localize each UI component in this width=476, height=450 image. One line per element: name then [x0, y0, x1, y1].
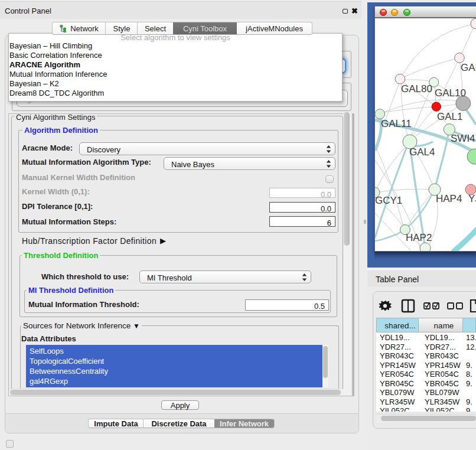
- svg-text:GAL4: GAL4: [409, 146, 435, 158]
- svg-text:SWI4: SWI4: [451, 133, 475, 144]
- svg-text:HAP2: HAP2: [406, 232, 432, 243]
- svg-text:GCY1: GCY1: [375, 195, 402, 206]
- svg-text:GAL11: GAL11: [381, 118, 412, 129]
- svg-text:HAP4: HAP4: [436, 193, 462, 204]
- svg-text:GAL10: GAL10: [435, 87, 466, 99]
- svg-text:GAL80: GAL80: [401, 83, 432, 94]
- svg-text:GAL1: GAL1: [437, 111, 462, 122]
- svg-text:YJ: YJ: [468, 193, 476, 204]
- svg-text:GAL2: GAL2: [461, 62, 476, 73]
